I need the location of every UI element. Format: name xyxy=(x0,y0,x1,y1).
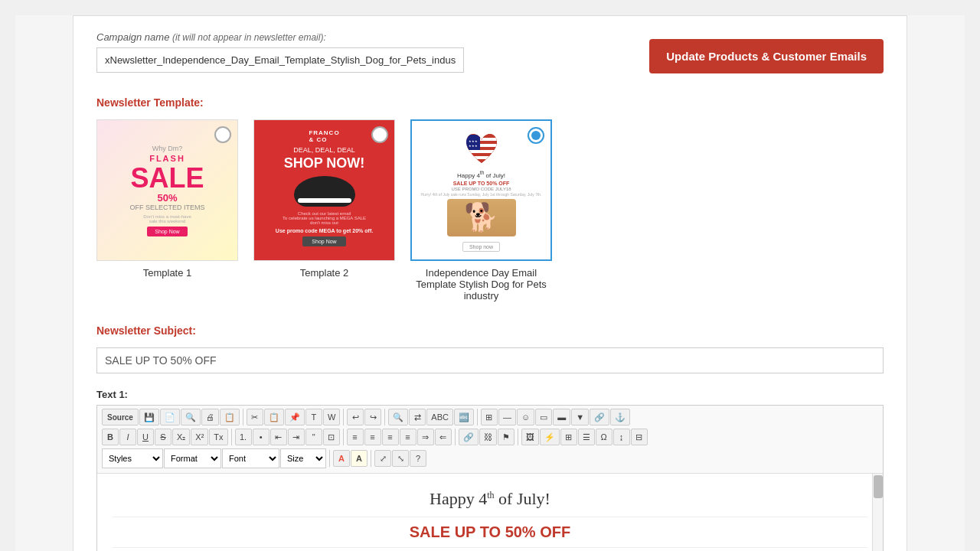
anchor-button[interactable]: ⚓ xyxy=(610,409,630,425)
update-products-button[interactable]: Update Products & Customer Emails xyxy=(649,39,884,73)
font-select[interactable]: Font xyxy=(222,448,279,468)
template-3-radio[interactable] xyxy=(528,127,544,144)
toolbar-sep-9 xyxy=(329,450,330,467)
indent-dec-button[interactable]: ⇤ xyxy=(270,429,287,445)
redo-button[interactable]: ↪ xyxy=(364,409,381,425)
link2-button[interactable]: 🔗 xyxy=(459,429,479,445)
new-button[interactable]: 📄 xyxy=(160,409,180,425)
template-2-item[interactable]: FRANCO& CO DEAL, DEAL, DEAL SHOP NOW! Ch… xyxy=(253,119,395,279)
template-1-radio[interactable] xyxy=(214,126,231,143)
ltr-button[interactable]: ⇒ xyxy=(417,429,434,445)
creatediv-button[interactable]: ⊡ xyxy=(323,429,340,445)
paste-button[interactable]: 📌 xyxy=(285,409,305,425)
pagebreak-button[interactable]: ↨ xyxy=(613,429,630,445)
image-button[interactable]: 🖼 xyxy=(521,429,539,445)
toolbar-sep-1 xyxy=(243,409,243,425)
toolbar-row-2: B I U S X₂ X² Tx 1. • ⇤ ⇥ " ⊡ xyxy=(102,429,878,445)
scrollbar-thumb[interactable] xyxy=(874,475,883,498)
editor-content[interactable]: Happy 4th of July! SALE UP TO 50% OFF US… xyxy=(97,474,883,551)
template-3-name: Independence Day Email Template Stylish … xyxy=(410,267,552,302)
source-button[interactable]: Source xyxy=(102,409,139,425)
email-happy-line: Happy 4th of July! xyxy=(113,489,867,509)
unorderedlist-button[interactable]: • xyxy=(253,429,270,445)
hline-button[interactable]: — xyxy=(498,409,516,425)
removeformat-button[interactable]: Tx xyxy=(209,429,227,445)
strikethrough-button[interactable]: S xyxy=(155,429,172,445)
campaign-name-label: Campaign name (it will not appear in new… xyxy=(96,31,649,43)
print-button[interactable]: 🖨 xyxy=(201,409,219,425)
special-button[interactable]: Ω xyxy=(596,429,612,445)
maximize-button[interactable]: ⤢ xyxy=(374,450,391,467)
undo-button[interactable]: ↩ xyxy=(347,409,364,425)
subscript-button[interactable]: X₂ xyxy=(172,429,190,445)
select-button[interactable]: ▼ xyxy=(571,409,589,425)
fit-button[interactable]: ⤡ xyxy=(392,450,409,467)
newsletter-subject-input[interactable] xyxy=(96,347,884,373)
align-justify-button[interactable]: ≡ xyxy=(400,429,416,445)
editor-container: Source 💾 📄 🔍 🖨 📋 ✂ 📋 📌 T W ↩ xyxy=(96,405,884,551)
flag-button[interactable]: ⚑ xyxy=(498,429,514,445)
svg-text:★★★: ★★★ xyxy=(469,144,478,148)
smiley-button[interactable]: ☺ xyxy=(517,409,534,425)
align-right-button[interactable]: ≡ xyxy=(382,429,399,445)
underline-button[interactable]: U xyxy=(137,429,154,445)
spellcheck-button[interactable]: ABC xyxy=(426,409,453,425)
toolbar-sep-2 xyxy=(343,409,344,425)
campaign-name-section: Campaign name (it will not appear in new… xyxy=(96,31,884,73)
list2-button[interactable]: ☰ xyxy=(578,429,595,445)
flash2-button[interactable]: ⚡ xyxy=(540,429,560,445)
copy-button[interactable]: 📋 xyxy=(264,409,284,425)
help-button[interactable]: ? xyxy=(410,450,426,467)
scrollbar-track[interactable] xyxy=(872,474,883,551)
styles-select[interactable]: Styles xyxy=(102,448,163,468)
cut-button[interactable]: ✂ xyxy=(247,409,263,425)
text1-section: Text 1: Source 💾 📄 🔍 🖨 📋 ✂ 📋 xyxy=(96,389,884,551)
preview-button[interactable]: 🔍 xyxy=(181,409,201,425)
svg-rect-4 xyxy=(466,156,497,159)
indent-inc-button[interactable]: ⇥ xyxy=(288,429,305,445)
table-button[interactable]: ⊞ xyxy=(481,409,498,425)
font-color-button[interactable]: A xyxy=(333,450,350,467)
template-2-radio[interactable] xyxy=(371,126,388,143)
bg-color-button[interactable]: A xyxy=(351,450,368,467)
bold-button[interactable]: B xyxy=(102,429,119,445)
rtl-button[interactable]: ⇐ xyxy=(435,429,452,445)
editor-wrapper: Happy 4th of July! SALE UP TO 50% OFF US… xyxy=(97,474,883,551)
email-sale-line: SALE UP TO 50% OFF xyxy=(113,523,867,541)
template-3-item[interactable]: ★★★ ★★★ Happy 4th of July! SALE UP TO 50… xyxy=(410,119,552,302)
align-center-button[interactable]: ≡ xyxy=(364,429,381,445)
paste-text-button[interactable]: T xyxy=(305,409,322,425)
template-2-bg: FRANCO& CO DEAL, DEAL, DEAL SHOP NOW! Ch… xyxy=(254,120,394,260)
save-button[interactable]: 💾 xyxy=(139,409,159,425)
flag-heart: ★★★ ★★★ xyxy=(462,129,501,167)
paste-word-button[interactable]: W xyxy=(323,409,340,425)
svg-rect-3 xyxy=(466,150,497,153)
template-3-preview: ★★★ ★★★ Happy 4th of July! SALE UP TO 50… xyxy=(410,119,552,261)
template-1-preview: Why Dm? FLASH SALE 50% OFF SELECTED ITEM… xyxy=(96,119,238,261)
toolbar-sep-8 xyxy=(518,429,518,445)
unlink-button[interactable]: ⛓ xyxy=(479,429,497,445)
main-container: Campaign name (it will not appear in new… xyxy=(15,15,965,551)
iframe-button[interactable]: ▭ xyxy=(535,409,552,425)
newsletter-template-section: Newsletter Template: Why Dm? FLASH SALE … xyxy=(96,96,884,302)
toolbar-row-1: Source 💾 📄 🔍 🖨 📋 ✂ 📋 📌 T W ↩ xyxy=(102,409,878,425)
campaign-name-input[interactable] xyxy=(96,47,464,73)
format-select[interactable]: Format xyxy=(164,448,221,468)
link-button[interactable]: 🔗 xyxy=(590,409,609,425)
size-select[interactable]: Size xyxy=(280,448,326,468)
svg-text:★★★: ★★★ xyxy=(469,139,478,143)
input-button[interactable]: ▬ xyxy=(553,409,570,425)
scayt-button[interactable]: 🔤 xyxy=(454,409,474,425)
table2-button[interactable]: ⊞ xyxy=(560,429,577,445)
editor-toolbar: Source 💾 📄 🔍 🖨 📋 ✂ 📋 📌 T W ↩ xyxy=(97,406,883,474)
blockquote-button[interactable]: " xyxy=(305,429,322,445)
showblocks-button[interactable]: ⊟ xyxy=(631,429,648,445)
superscript-button[interactable]: X² xyxy=(191,429,208,445)
orderedlist-button[interactable]: 1. xyxy=(235,429,252,445)
find-button[interactable]: 🔍 xyxy=(388,409,408,425)
templates-button[interactable]: 📋 xyxy=(220,409,240,425)
align-left-button[interactable]: ≡ xyxy=(347,429,364,445)
template-1-item[interactable]: Why Dm? FLASH SALE 50% OFF SELECTED ITEM… xyxy=(96,119,238,279)
italic-button[interactable]: I xyxy=(119,429,136,445)
replace-button[interactable]: ⇄ xyxy=(409,409,426,425)
